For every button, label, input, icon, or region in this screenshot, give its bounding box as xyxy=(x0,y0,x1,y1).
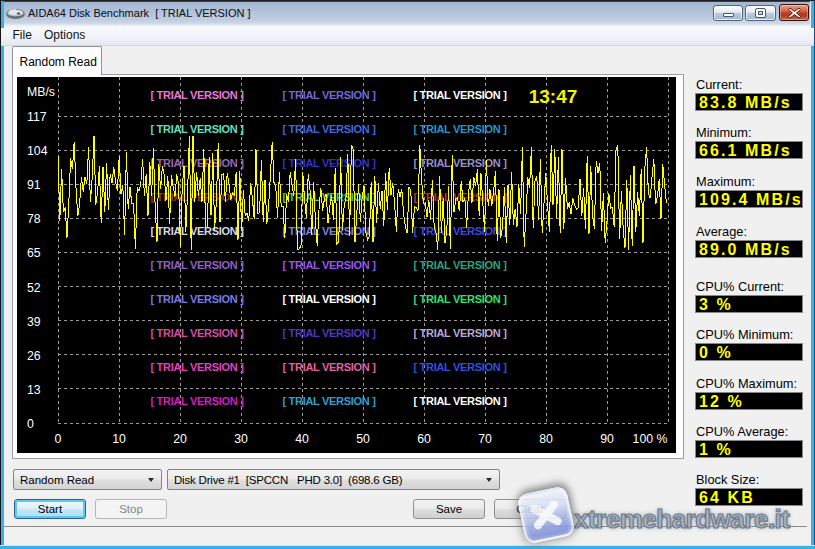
svg-text:26: 26 xyxy=(27,349,41,363)
svg-text:100 %: 100 % xyxy=(633,432,668,446)
svg-text:91: 91 xyxy=(27,178,41,192)
svg-text:90: 90 xyxy=(600,432,614,446)
svg-text:[ TRIAL VERSION ]: [ TRIAL VERSION ] xyxy=(150,395,244,407)
svg-text:[ TRIAL VERSION ]: [ TRIAL VERSION ] xyxy=(282,123,376,135)
svg-text:[ TRIAL VERSION ]: [ TRIAL VERSION ] xyxy=(150,327,244,339)
svg-text:[ TRIAL VERSION ]: [ TRIAL VERSION ] xyxy=(282,395,376,407)
svg-text:[ TRIAL VERSION ]: [ TRIAL VERSION ] xyxy=(150,123,244,135)
svg-text:[ TRIAL VERSION ]: [ TRIAL VERSION ] xyxy=(413,89,507,101)
svg-text:[ TRIAL VERSION ]: [ TRIAL VERSION ] xyxy=(282,89,376,101)
svg-text:65: 65 xyxy=(27,246,41,260)
svg-text:[ TRIAL VERSION ]: [ TRIAL VERSION ] xyxy=(282,259,376,271)
svg-text:39: 39 xyxy=(27,315,41,329)
svg-text:40: 40 xyxy=(295,432,309,446)
svg-text:0: 0 xyxy=(27,417,34,431)
svg-text:117: 117 xyxy=(27,110,47,124)
svg-text:80: 80 xyxy=(539,432,553,446)
svg-text:52: 52 xyxy=(27,281,41,295)
svg-text:60: 60 xyxy=(417,432,431,446)
svg-text:[ TRIAL VERSION ]: [ TRIAL VERSION ] xyxy=(282,361,376,373)
svg-text:10: 10 xyxy=(112,432,126,446)
svg-text:13:47: 13:47 xyxy=(529,86,578,107)
svg-text:[ TRIAL VERSION ]: [ TRIAL VERSION ] xyxy=(413,327,507,339)
svg-text:78: 78 xyxy=(27,212,41,226)
svg-text:[ TRIAL VERSION ]: [ TRIAL VERSION ] xyxy=(150,225,244,237)
svg-text:[ TRIAL VERSION ]: [ TRIAL VERSION ] xyxy=(150,293,244,305)
svg-text:[ TRIAL VERSION ]: [ TRIAL VERSION ] xyxy=(282,157,376,169)
svg-text:13: 13 xyxy=(27,383,41,397)
svg-text:104: 104 xyxy=(27,144,48,158)
svg-text:70: 70 xyxy=(478,432,492,446)
svg-text:[ TRIAL VERSION ]: [ TRIAL VERSION ] xyxy=(413,293,507,305)
svg-text:[ TRIAL VERSION ]: [ TRIAL VERSION ] xyxy=(413,395,507,407)
svg-text:[ TRIAL VERSION ]: [ TRIAL VERSION ] xyxy=(282,293,376,305)
svg-text:[ TRIAL VERSION ]: [ TRIAL VERSION ] xyxy=(413,157,507,169)
svg-text:[ TRIAL VERSION ]: [ TRIAL VERSION ] xyxy=(150,157,244,169)
svg-text:[ TRIAL VERSION ]: [ TRIAL VERSION ] xyxy=(413,123,507,135)
svg-text:0: 0 xyxy=(55,432,62,446)
svg-text:50: 50 xyxy=(356,432,370,446)
svg-text:[ TRIAL VERSION ]: [ TRIAL VERSION ] xyxy=(150,259,244,271)
svg-text:[ TRIAL VERSION ]: [ TRIAL VERSION ] xyxy=(413,361,507,373)
svg-text:[ TRIAL VERSION ]: [ TRIAL VERSION ] xyxy=(150,89,244,101)
svg-text:[ TRIAL VERSION ]: [ TRIAL VERSION ] xyxy=(282,327,376,339)
svg-text:[ TRIAL VERSION ]: [ TRIAL VERSION ] xyxy=(413,259,507,271)
svg-text:20: 20 xyxy=(173,432,187,446)
svg-text:[ TRIAL VERSION ]: [ TRIAL VERSION ] xyxy=(413,225,507,237)
svg-text:MB/s: MB/s xyxy=(27,85,55,99)
svg-text:[ TRIAL VERSION ]: [ TRIAL VERSION ] xyxy=(150,361,244,373)
svg-text:30: 30 xyxy=(234,432,248,446)
